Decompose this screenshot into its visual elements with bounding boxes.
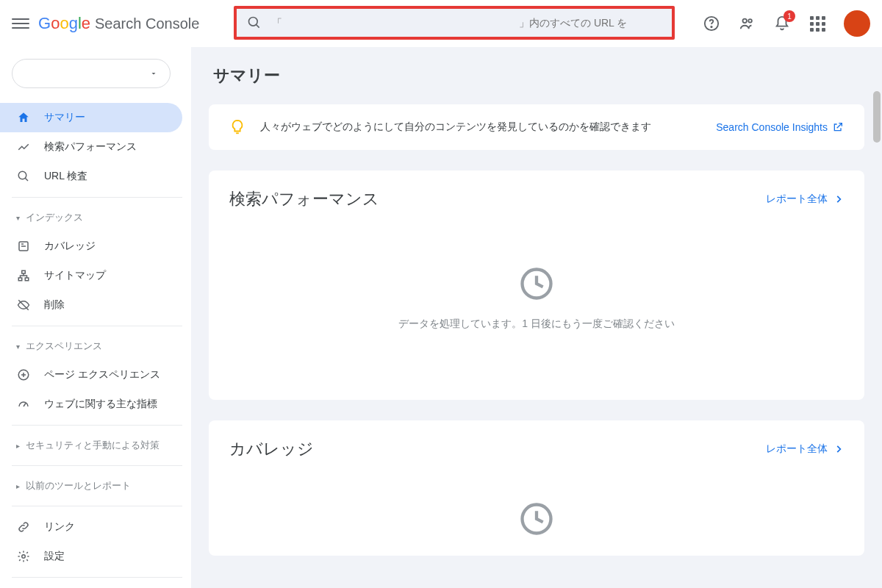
chevron-right-icon: [833, 444, 844, 454]
search-input[interactable]: [272, 17, 662, 29]
apps-icon[interactable]: [808, 15, 826, 32]
insights-banner: 人々がウェブでどのようにして自分のコンテンツを発見しているのかを確認できます S…: [209, 104, 864, 150]
processing-state: [229, 478, 844, 538]
search-icon: [247, 15, 262, 30]
processing-state: データを処理しています。1 日後にもう一度ご確認ください: [229, 228, 844, 382]
sidebar-item-label: サマリー: [44, 111, 85, 124]
users-icon[interactable]: [738, 15, 756, 32]
property-selector[interactable]: [12, 59, 171, 88]
link-icon: [16, 520, 31, 534]
sidebar-item-url-inspect[interactable]: URL 検査: [0, 162, 182, 191]
sidebar-item-label: 削除: [44, 298, 65, 312]
section-legacy[interactable]: 以前のツールとレポート: [0, 472, 182, 500]
header: Google Search Console 1: [0, 0, 882, 47]
sidebar: サマリー 検索パフォーマンス URL 検査 インデックス カバレッジ サイトマッ…: [0, 47, 191, 588]
svg-point-5: [748, 19, 752, 23]
sidebar-item-core-vitals[interactable]: ウェブに関する主な指標: [0, 390, 182, 419]
insight-text: 人々がウェブでどのようにして自分のコンテンツを発見しているのかを確認できます: [260, 121, 701, 134]
sidebar-item-links[interactable]: リンク: [0, 512, 182, 542]
svg-point-15: [22, 555, 26, 559]
sidebar-item-label: ページ エクスペリエンス: [44, 368, 160, 381]
sidebar-item-label: カバレッジ: [44, 240, 96, 253]
processing-text: データを処理しています。1 日後にもう一度ご確認ください: [398, 318, 675, 331]
clock-icon: [517, 265, 556, 303]
avatar[interactable]: [844, 10, 870, 37]
sidebar-item-feedback[interactable]: フィードバックを送信: [0, 584, 182, 588]
sidebar-item-coverage[interactable]: カバレッジ: [0, 232, 182, 261]
dropdown-icon: [149, 69, 158, 78]
sidebar-item-label: URL 検査: [44, 170, 87, 183]
chart-icon: [16, 140, 31, 154]
sidebar-item-sitemaps[interactable]: サイトマップ: [0, 261, 182, 290]
page-title: サマリー: [213, 65, 864, 87]
notif-badge: 1: [784, 10, 795, 22]
sidebar-item-performance[interactable]: 検索パフォーマンス: [0, 132, 182, 162]
notifications-icon[interactable]: 1: [773, 15, 791, 32]
header-actions: 1: [703, 10, 870, 37]
svg-point-6: [18, 171, 26, 179]
svg-point-3: [711, 26, 711, 27]
clock-icon: [517, 500, 556, 538]
sidebar-item-label: サイトマップ: [44, 269, 106, 282]
svg-rect-9: [22, 270, 26, 273]
svg-rect-11: [25, 278, 29, 281]
performance-card: 検索パフォーマンス レポート全体 データを処理しています。1 日後にもう一度ご確…: [209, 171, 864, 400]
svg-point-4: [743, 19, 747, 23]
svg-line-1: [257, 25, 259, 28]
logo[interactable]: Google Search Console: [38, 14, 199, 33]
insights-link[interactable]: Search Console Insights: [716, 121, 844, 133]
search-icon: [16, 169, 31, 184]
sidebar-item-settings[interactable]: 設定: [0, 542, 182, 571]
full-report-link[interactable]: レポート全体: [766, 442, 844, 456]
help-icon[interactable]: [703, 15, 720, 32]
home-icon: [16, 110, 31, 125]
hide-icon: [16, 298, 31, 312]
sidebar-item-label: 検索パフォーマンス: [44, 140, 137, 154]
menu-icon[interactable]: [12, 15, 29, 32]
gauge-icon: [16, 397, 31, 412]
sidebar-item-label: ウェブに関する主な指標: [44, 398, 157, 411]
card-title: 検索パフォーマンス: [229, 188, 379, 210]
section-index[interactable]: インデックス: [0, 204, 182, 232]
section-security[interactable]: セキュリティと手動による対策: [0, 431, 182, 459]
svg-rect-10: [18, 278, 22, 281]
sidebar-item-label: 設定: [44, 550, 65, 563]
sidebar-item-removals[interactable]: 削除: [0, 290, 182, 320]
scrollbar[interactable]: [873, 91, 881, 143]
card-title: カバレッジ: [229, 438, 314, 460]
coverage-card: カバレッジ レポート全体: [209, 420, 864, 556]
main-content: サマリー 人々がウェブでどのようにして自分のコンテンツを発見しているのかを確認で…: [191, 47, 882, 588]
coverage-icon: [16, 239, 31, 254]
google-logo: Google: [38, 14, 90, 33]
gear-icon: [16, 549, 31, 564]
plus-circle-icon: [16, 368, 31, 382]
svg-point-0: [249, 18, 258, 26]
svg-line-14: [24, 404, 26, 407]
chevron-right-icon: [833, 194, 844, 204]
url-inspect-search[interactable]: [234, 6, 675, 40]
sitemap-icon: [16, 268, 31, 283]
full-report-link[interactable]: レポート全体: [766, 193, 844, 206]
section-experience[interactable]: エクスペリエンス: [0, 332, 182, 360]
sidebar-item-page-experience[interactable]: ページ エクスペリエンス: [0, 360, 182, 390]
product-name: Search Console: [95, 15, 199, 32]
sidebar-item-summary[interactable]: サマリー: [0, 103, 182, 132]
bulb-icon: [229, 119, 245, 135]
sidebar-item-label: リンク: [44, 520, 75, 534]
svg-line-7: [25, 178, 28, 181]
external-icon: [832, 121, 844, 133]
